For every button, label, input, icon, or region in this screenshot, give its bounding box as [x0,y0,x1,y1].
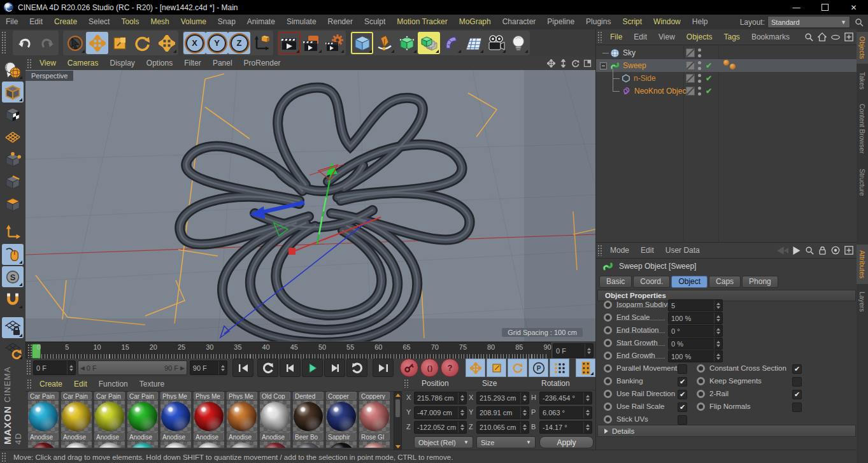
enabled-check-icon[interactable]: ✔ [706,74,712,83]
subdivision-surface-button[interactable] [395,32,418,54]
material-preview-next-row[interactable] [293,441,324,448]
tab-objects[interactable]: Objects [857,32,868,64]
material-preview[interactable] [359,401,390,432]
view-label[interactable]: Perspective [25,71,73,81]
x-axis-lock-button[interactable]: X [183,32,206,54]
size-mode-dropdown[interactable]: Size▼ [476,436,536,448]
material-cell[interactable]: Car Pain Anodise [93,392,126,448]
spinner[interactable] [458,422,466,433]
menu-item[interactable]: Render [322,15,359,29]
undo-button[interactable] [13,32,36,54]
material-name-prev-row[interactable]: Phys Me [194,392,224,400]
objects-menu-item[interactable]: Tags [718,30,746,45]
material-preview-next-row[interactable] [94,441,125,448]
minimize-button[interactable]: — [782,0,811,15]
search-icon[interactable] [854,17,864,27]
range-right-arrow-icon[interactable]: ▶ [180,365,185,371]
spinner[interactable] [714,313,722,324]
scroll-up-icon[interactable] [395,394,401,397]
material-preview[interactable] [227,401,257,432]
animation-radio[interactable] [604,339,612,347]
material-cell[interactable]: Phys Me Anodise [192,392,225,448]
material-name[interactable]: Anodise [28,432,59,441]
spinner[interactable] [520,407,529,418]
position-field[interactable]: -47.009 cm [414,406,467,419]
material-name-prev-row[interactable]: Car Pain [94,392,125,400]
material-name[interactable]: Anodise [194,432,224,441]
render-settings-button[interactable] [323,32,345,54]
size-field[interactable]: 208.91 cm [476,406,529,419]
material-cell[interactable]: Phys Me Anodise [225,392,259,448]
spinner[interactable] [583,407,592,418]
workplane-auto-button[interactable] [2,339,24,360]
key-scale-toggle[interactable] [487,359,506,377]
size-field[interactable]: 215.293 cm [476,392,529,404]
tab-takes[interactable]: Takes [857,68,868,94]
material-cell[interactable]: Car Pain Anodise [126,392,159,448]
material-preview-next-row[interactable] [127,441,158,448]
viewport-menu-item[interactable]: Filter [178,56,207,71]
object-row-nside[interactable]: n-Side ✔ [596,72,857,85]
material-name-prev-row[interactable]: Car Pain [28,392,59,400]
play-backwards-button[interactable] [257,359,278,377]
viewport-menu-item[interactable]: View [34,56,62,71]
current-frame-spinner[interactable] [585,344,593,357]
object-name[interactable]: n-Side [634,74,656,83]
goto-start-button[interactable] [232,359,253,377]
spinner[interactable] [714,325,722,336]
deformer-button[interactable] [440,32,462,54]
material-cell[interactable]: Coppery Rose Gl [358,392,391,448]
workplane-lock-button[interactable] [2,317,24,338]
objects-menu-item[interactable]: View [653,30,681,45]
material-preview[interactable] [127,401,158,432]
animation-radio[interactable] [697,390,705,398]
points-mode-button[interactable] [2,148,24,169]
menu-item[interactable]: Sculpt [359,15,391,29]
material-preview[interactable] [194,401,224,432]
home-icon[interactable] [818,32,827,41]
objects-menu-item[interactable]: Objects [681,30,718,45]
move-tool-button[interactable] [86,32,108,54]
last-used-tool-button[interactable] [155,32,178,54]
animation-radio[interactable] [697,377,705,385]
spinner[interactable] [714,300,722,311]
layer-toggle[interactable] [686,87,695,96]
filter-icon[interactable] [831,34,840,40]
layer-toggle[interactable] [686,61,695,70]
material-name-prev-row[interactable]: Old Cop [260,392,290,400]
menu-item[interactable]: Edit [24,15,48,29]
material-cell[interactable]: Copper Sapphir [325,392,358,448]
attribute-tab[interactable]: Basic [599,276,632,288]
material-cell[interactable]: Phys Me Anodise [159,392,192,448]
material-cell[interactable]: Old Cop Anodise [259,392,292,448]
material-preview[interactable] [326,401,357,432]
spinner[interactable] [583,422,592,433]
material-name[interactable]: Anodise [127,432,158,441]
status-grip[interactable] [1,452,7,462]
edges-mode-button[interactable] [2,171,24,192]
menu-item[interactable]: File [0,15,24,29]
close-button[interactable]: ✕ [839,0,868,15]
object-name[interactable]: NeoKnot Object [634,87,688,96]
material-name-prev-row[interactable]: Coppery [359,392,390,400]
menu-item[interactable]: Help [687,15,714,29]
transport-grip[interactable] [26,360,32,376]
live-selection-button[interactable] [64,32,86,54]
history-forward-icon[interactable] [793,246,800,255]
viewport-solo-button[interactable] [2,244,24,265]
range-start-field[interactable]: 0 F [33,360,76,375]
position-field[interactable]: -122.052 cm [414,421,467,434]
menu-item[interactable]: Plugins [580,15,616,29]
menu-item[interactable]: MoGraph [453,15,497,29]
coordinate-system-button[interactable] [250,32,273,54]
menu-item[interactable]: Volume [175,15,212,29]
material-cell[interactable]: Car Pain Anodise [27,392,60,448]
animation-radio[interactable] [697,402,705,411]
spinner[interactable] [520,422,529,433]
rotation-field[interactable]: -236.454 ° [539,392,592,404]
material-preview[interactable] [94,401,125,432]
menu-item[interactable]: Animate [241,15,281,29]
coordinate-mode-dropdown[interactable]: Object (Rel)▼ [414,436,473,448]
sweep-generator-button[interactable] [418,32,440,54]
viewport-menu-grip[interactable] [27,59,32,68]
